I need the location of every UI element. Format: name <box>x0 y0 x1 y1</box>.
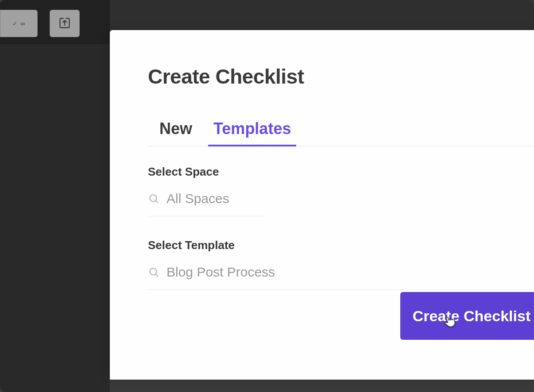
modal-title: Create Checklist <box>148 65 534 88</box>
svg-line-4 <box>156 274 158 277</box>
tab-new[interactable]: New <box>159 119 192 146</box>
select-space-label: Select Space <box>148 165 534 179</box>
svg-point-1 <box>150 195 156 201</box>
modal-overlay[interactable] <box>0 0 110 392</box>
select-space-input[interactable] <box>166 191 263 206</box>
select-template-label: Select Template <box>148 238 534 252</box>
svg-line-2 <box>156 201 158 203</box>
modal-tabs: New Templates <box>148 119 534 146</box>
create-checklist-modal: Create Checklist New Templates Select Sp… <box>110 30 534 380</box>
svg-point-3 <box>150 268 156 275</box>
select-template-input[interactable] <box>166 265 534 280</box>
search-icon <box>148 266 159 278</box>
select-template-row[interactable] <box>148 265 534 290</box>
search-icon <box>148 193 159 204</box>
tab-templates[interactable]: Templates <box>213 119 291 146</box>
select-space-row[interactable] <box>148 191 263 216</box>
create-checklist-button[interactable]: Create Checklist <box>400 292 534 340</box>
